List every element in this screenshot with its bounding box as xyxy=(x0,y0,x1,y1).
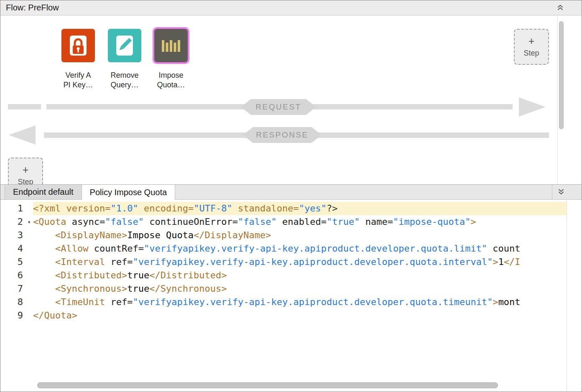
editor-vscrollbar-track xyxy=(567,200,582,392)
add-step-button-top[interactable]: + Step xyxy=(514,29,549,65)
code-line-8: 8 <TimeUnit ref="verifyapikey.verify-api… xyxy=(0,295,582,309)
flow-scrollbar xyxy=(557,15,565,184)
flow-scrollbar-thumb[interactable] xyxy=(559,21,564,129)
line-number: 9 xyxy=(0,309,33,322)
line-number: 3 xyxy=(0,229,33,242)
code-text[interactable]: <Allow countRef="verifyapikey.verify-api… xyxy=(33,242,582,255)
code-text[interactable]: <DisplayName>Impose Quota</DisplayName> xyxy=(33,229,582,242)
flow-canvas: Verify API Key…RemoveQuery…ImposeQuota… … xyxy=(0,15,582,184)
code-text[interactable]: <Quota async="false" continueOnError="fa… xyxy=(33,215,582,229)
code-line-9: 9</Quota> xyxy=(0,309,582,322)
line-number: 7 xyxy=(0,282,33,295)
quota-bars-icon xyxy=(154,29,188,62)
policy-verify-api-key[interactable]: Verify API Key… xyxy=(60,29,96,90)
code-editor[interactable]: 1<?xml version="1.0" encoding="UTF-8" st… xyxy=(0,200,582,392)
request-badge: REQUEST xyxy=(241,99,316,115)
tab-list: Endpoint defaultPolicy Impose Quota xyxy=(5,185,175,199)
code-line-5: 5 <Interval ref="verifyapikey.verify-api… xyxy=(0,255,582,269)
tabbar-right xyxy=(552,185,570,199)
collapse-editor-button[interactable] xyxy=(556,188,566,196)
line-number: 4 xyxy=(0,242,33,255)
fold-arrow-icon[interactable]: ▾ xyxy=(28,215,31,229)
plus-icon: + xyxy=(23,165,29,175)
code-line-2: 2▾<Quota async="false" continueOnError="… xyxy=(0,215,582,229)
flow-title: Flow: PreFlow xyxy=(6,3,59,13)
chevron-double-down-icon xyxy=(558,188,564,196)
code-text[interactable]: <Interval ref="verifyapikey.verify-api-k… xyxy=(33,255,582,269)
request-arrow-icon xyxy=(519,97,546,117)
code-lines: 1<?xml version="1.0" encoding="UTF-8" st… xyxy=(0,200,582,322)
tab-policy-impose-quota[interactable]: Policy Impose Quota xyxy=(82,185,176,200)
code-line-3: 3 <DisplayName>Impose Quota</DisplayName… xyxy=(0,229,582,242)
editor-tabbar: Endpoint defaultPolicy Impose Quota xyxy=(0,184,582,200)
editor-hscrollbar-thumb[interactable] xyxy=(37,382,498,388)
code-text[interactable]: </Quota> xyxy=(33,309,582,322)
response-badge: RESPONSE xyxy=(243,127,322,143)
policy-list: Verify API Key…RemoveQuery…ImposeQuota… xyxy=(60,29,189,90)
code-text[interactable]: <Distributed>true</Distributed> xyxy=(33,269,582,282)
plus-icon: + xyxy=(528,36,535,46)
collapse-flow-button[interactable] xyxy=(556,4,565,12)
code-text[interactable]: <?xml version="1.0" encoding="UTF-8" sta… xyxy=(33,202,582,215)
code-line-1: 1<?xml version="1.0" encoding="UTF-8" st… xyxy=(0,202,582,215)
line-number: 5 xyxy=(0,255,33,269)
add-step-button-bottom[interactable]: + Step xyxy=(8,158,43,184)
pencil-icon xyxy=(108,29,141,62)
lock-icon xyxy=(61,29,95,62)
line-number: 6 xyxy=(0,269,33,282)
policy-label: RemoveQuery… xyxy=(110,71,138,90)
response-arrow-icon xyxy=(9,125,36,145)
chevron-double-up-icon xyxy=(557,4,564,12)
code-text[interactable]: <Synchronous>true</Synchronous> xyxy=(33,282,582,295)
policy-impose-quota[interactable]: ImposeQuota… xyxy=(153,29,189,90)
code-text[interactable]: <TimeUnit ref="verifyapikey.verify-api-k… xyxy=(33,295,582,309)
tab-endpoint-default[interactable]: Endpoint default xyxy=(5,185,82,199)
flow-panel: Flow: PreFlow Verify API Key…RemoveQuery… xyxy=(0,0,582,184)
line-number: 2▾ xyxy=(0,215,33,229)
flow-header: Flow: PreFlow xyxy=(0,0,582,15)
code-line-7: 7 <Synchronous>true</Synchronous> xyxy=(0,282,582,295)
line-number: 8 xyxy=(0,295,33,309)
apigee-flow-editor: Flow: PreFlow Verify API Key…RemoveQuery… xyxy=(0,0,582,392)
line-number: 1 xyxy=(0,202,33,215)
policy-remove-query[interactable]: RemoveQuery… xyxy=(107,29,143,90)
policy-label: ImposeQuota… xyxy=(157,71,185,90)
code-line-6: 6 <Distributed>true</Distributed> xyxy=(0,269,582,282)
editor-panel: Endpoint defaultPolicy Impose Quota 1<?x… xyxy=(0,184,582,392)
policy-label: Verify API Key… xyxy=(63,71,93,90)
code-line-4: 4 <Allow countRef="verifyapikey.verify-a… xyxy=(0,242,582,255)
request-line-start xyxy=(8,104,41,109)
